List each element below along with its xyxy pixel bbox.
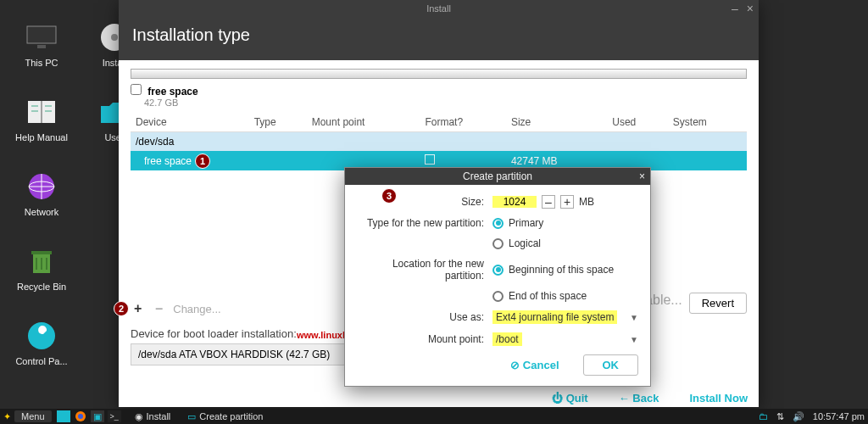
size-input[interactable] bbox=[492, 196, 537, 208]
size-increment[interactable]: + bbox=[560, 195, 574, 209]
page-title: Installation type bbox=[119, 17, 759, 60]
disc-icon: ◉ bbox=[135, 411, 143, 422]
desktop-icon-help[interactable]: Help Manual bbox=[12, 95, 71, 142]
mount-select[interactable]: /boot▼ bbox=[492, 332, 638, 346]
annotation-badge-1: 1 bbox=[195, 153, 210, 169]
close-icon[interactable]: × bbox=[747, 2, 754, 15]
svg-rect-0 bbox=[27, 26, 56, 43]
ok-button[interactable]: OK bbox=[583, 354, 639, 376]
terminal-icon[interactable]: >_ bbox=[108, 410, 121, 422]
show-desktop-icon[interactable] bbox=[57, 410, 70, 422]
tray-volume-icon[interactable]: 🔊 bbox=[793, 411, 804, 422]
change-partition-button[interactable]: Change... bbox=[173, 303, 220, 315]
dialog-titlebar[interactable]: Create partition × bbox=[345, 168, 650, 185]
taskbar: ✦ Menu ▣ >_ ◉Install ▭Create partition 🗀… bbox=[0, 409, 868, 424]
type-label: Type for the new partition: bbox=[357, 217, 492, 229]
close-icon[interactable]: × bbox=[639, 170, 645, 182]
quit-button[interactable]: ⏻ Quit bbox=[552, 392, 588, 404]
radio-logical[interactable]: Logical bbox=[492, 237, 638, 249]
files-icon[interactable]: ▣ bbox=[91, 410, 104, 422]
chevron-down-icon: ▼ bbox=[630, 313, 638, 322]
globe-icon bbox=[25, 170, 58, 204]
taskbar-task-install[interactable]: ◉Install bbox=[128, 410, 178, 423]
svg-point-3 bbox=[111, 34, 118, 41]
window-icon: ▭ bbox=[187, 411, 196, 422]
annotation-badge-3: 3 bbox=[381, 188, 397, 204]
minimize-icon[interactable]: – bbox=[732, 2, 738, 15]
system-tray: 🗀 ⇅ 🔊 10:57:47 pm bbox=[759, 411, 865, 422]
use-as-select[interactable]: Ext4 journaling file system▼ bbox=[492, 310, 638, 324]
back-button[interactable]: ← Back bbox=[619, 392, 659, 404]
desktop-label: Control Pa... bbox=[12, 356, 71, 366]
cancel-button[interactable]: Cancel bbox=[498, 354, 570, 376]
firefox-icon[interactable] bbox=[74, 410, 87, 422]
col-device[interactable]: Device bbox=[131, 113, 249, 132]
start-menu-button[interactable]: Menu bbox=[14, 410, 52, 422]
annotation-badge-2: 2 bbox=[114, 301, 129, 316]
revert-button[interactable]: Revert bbox=[689, 293, 747, 314]
tray-network-icon[interactable]: ⇅ bbox=[776, 411, 784, 422]
radio-primary[interactable]: Primary bbox=[492, 217, 638, 229]
trash-icon bbox=[25, 244, 58, 278]
use-as-label: Use as: bbox=[357, 311, 492, 323]
partition-table: Device Type Mount point Format? Size Use… bbox=[131, 113, 747, 170]
svg-rect-1 bbox=[37, 45, 46, 48]
book-icon bbox=[25, 95, 58, 129]
desktop-icon-this-pc[interactable]: This PC bbox=[12, 20, 71, 68]
window-titlebar[interactable]: Install – × bbox=[119, 0, 759, 17]
chevron-down-icon: ▼ bbox=[630, 335, 638, 344]
radio-beginning[interactable]: Beginning of this space bbox=[492, 264, 638, 276]
star-icon: ✦ bbox=[3, 411, 11, 422]
desktop-icon-control[interactable]: Control Pa... bbox=[12, 319, 71, 366]
size-label: Size: bbox=[357, 196, 492, 208]
mount-label: Mount point: bbox=[357, 333, 492, 345]
desktop-label: This PC bbox=[12, 58, 71, 68]
col-size[interactable]: Size bbox=[506, 113, 607, 132]
location-label: Location for the new partition: bbox=[357, 258, 492, 282]
free-space-size: 42.7 GB bbox=[144, 98, 747, 108]
partition-bar bbox=[131, 69, 747, 79]
desktop-label: Network bbox=[12, 207, 71, 217]
table-row[interactable]: /dev/sda bbox=[131, 132, 747, 152]
format-checkbox[interactable] bbox=[425, 154, 435, 165]
dialog-title: Create partition bbox=[463, 170, 532, 182]
desktop-icon-recycle[interactable]: Recycle Bin bbox=[12, 244, 71, 292]
desktop-label: Help Manual bbox=[12, 132, 71, 142]
window-title: Install bbox=[426, 3, 451, 14]
radio-end[interactable]: End of this space bbox=[492, 290, 638, 302]
wizard-nav: ⏻ Quit ← Back Install Now bbox=[129, 392, 748, 404]
install-now-button[interactable]: Install Now bbox=[689, 392, 748, 404]
col-used[interactable]: Used bbox=[607, 113, 668, 132]
col-mount[interactable]: Mount point bbox=[307, 113, 420, 132]
desktop-label: Recycle Bin bbox=[12, 282, 71, 292]
wrench-icon bbox=[25, 319, 58, 353]
taskbar-task-create-partition[interactable]: ▭Create partition bbox=[181, 410, 270, 423]
size-decrement[interactable]: – bbox=[542, 195, 555, 209]
monitor-icon bbox=[25, 20, 58, 54]
tray-folder-icon[interactable]: 🗀 bbox=[759, 411, 768, 421]
col-format[interactable]: Format? bbox=[420, 113, 505, 132]
size-unit: MB bbox=[579, 196, 594, 208]
add-partition-button[interactable]: + bbox=[131, 301, 145, 316]
clock[interactable]: 10:57:47 pm bbox=[813, 411, 865, 421]
col-system[interactable]: System bbox=[668, 113, 747, 132]
desktop-icon-network[interactable]: Network bbox=[12, 170, 71, 217]
svg-point-11 bbox=[78, 414, 83, 419]
svg-rect-8 bbox=[31, 251, 52, 254]
col-type[interactable]: Type bbox=[249, 113, 307, 132]
free-space-checkbox[interactable]: free space bbox=[131, 84, 747, 98]
remove-partition-button[interactable]: – bbox=[152, 301, 166, 316]
